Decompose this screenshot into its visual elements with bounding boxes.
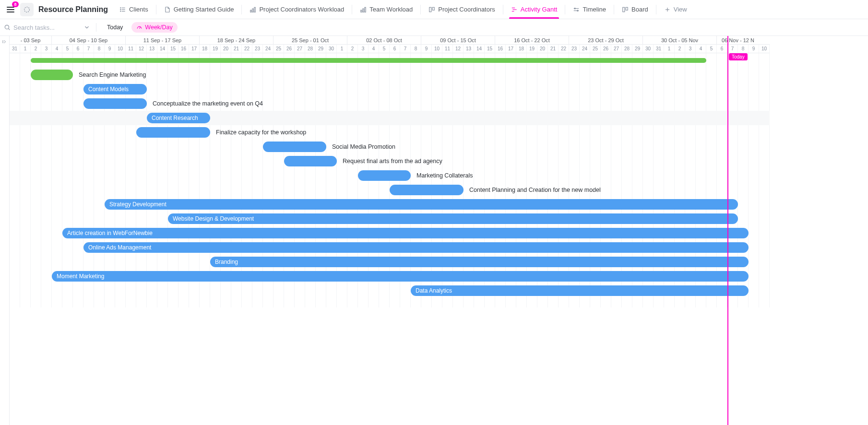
gantt-bar[interactable]: Branding xyxy=(210,257,749,267)
week-header-cell: 04 Sep - 10 Sep xyxy=(52,36,126,44)
svg-rect-12 xyxy=(365,7,366,12)
week-header-cell: - 03 Sep xyxy=(10,36,52,44)
tab-label: Project Coordinators Workload xyxy=(259,6,344,13)
day-header-cell: 6 xyxy=(73,45,83,53)
day-header-cell: 12 xyxy=(453,45,464,53)
day-header-cell: 25 xyxy=(590,45,601,53)
gantt-bar[interactable] xyxy=(390,185,464,195)
gantt-body: Search Engine MarketingContent ModelsCon… xyxy=(10,53,770,307)
day-header-cell: 10 xyxy=(432,45,442,53)
svg-point-0 xyxy=(24,7,30,12)
menu-button[interactable]: 8 xyxy=(4,3,17,16)
gantt-bar[interactable]: Content Research xyxy=(147,113,210,123)
gantt-icon xyxy=(511,6,518,13)
gantt-bar[interactable] xyxy=(284,156,337,166)
separator xyxy=(96,23,96,32)
week-header-cell: 06 Nov - 12 N xyxy=(717,36,759,44)
day-header-cell: 26 xyxy=(284,45,295,53)
day-header-cell: 28 xyxy=(622,45,632,53)
day-header-cell: 30 xyxy=(643,45,654,53)
day-header-cell: 8 xyxy=(738,45,749,53)
space-icon[interactable] xyxy=(20,3,34,16)
day-header-cell: 2 xyxy=(675,45,685,53)
tab-timeline[interactable]: Timeline xyxy=(568,0,611,19)
tab-board[interactable]: Board xyxy=(617,0,653,19)
workload-icon xyxy=(250,6,256,13)
tab-activity-gantt[interactable]: Activity Gantt xyxy=(506,0,562,19)
day-header-cell: 7 xyxy=(400,45,411,53)
day-header-cell: 8 xyxy=(94,45,105,53)
gantt-bar[interactable] xyxy=(263,142,326,152)
gantt-bar[interactable]: Strategy Development xyxy=(105,199,738,210)
tab-separator xyxy=(156,5,156,14)
day-header-cell: 11 xyxy=(126,45,136,53)
gantt-bar[interactable] xyxy=(31,70,73,80)
tab-clients[interactable]: Clients xyxy=(115,0,153,19)
day-header-cell: 9 xyxy=(421,45,432,53)
expand-sidebar-button[interactable] xyxy=(0,36,10,425)
week-header-cell: 25 Sep - 01 Oct xyxy=(273,36,347,44)
day-header-cell: 2 xyxy=(31,45,41,53)
day-header-cell: 13 xyxy=(464,45,474,53)
day-header-cell: 23 xyxy=(569,45,580,53)
expand-icon xyxy=(2,39,8,45)
board-icon xyxy=(428,6,435,13)
tab-project-coordinators-workload[interactable]: Project Coordinators Workload xyxy=(245,0,349,19)
day-header-cell: 29 xyxy=(632,45,643,53)
svg-rect-23 xyxy=(626,7,628,10)
svg-point-26 xyxy=(5,25,9,29)
day-header-cell: 14 xyxy=(157,45,168,53)
gantt-bar-label: Finalize capacity for the workshop xyxy=(216,125,306,140)
gantt-task-row: Request final arts from the ad agency xyxy=(10,154,770,168)
svg-rect-11 xyxy=(363,9,364,12)
day-header-cell: 27 xyxy=(611,45,622,53)
dashed-circle-icon xyxy=(23,6,31,13)
gantt-bar[interactable]: Content Models xyxy=(83,84,147,94)
gantt-scroll[interactable]: - 03 Sep04 Sep - 10 Sep11 Sep - 17 Sep18… xyxy=(10,36,868,425)
svg-rect-13 xyxy=(429,7,431,12)
tab-separator xyxy=(420,5,421,14)
svg-rect-10 xyxy=(361,10,362,12)
gantt-task-row: Online Ads Management xyxy=(10,240,770,255)
gantt-bar[interactable]: Data Analytics xyxy=(411,285,749,296)
search-input[interactable] xyxy=(13,24,81,31)
svg-rect-8 xyxy=(252,9,253,12)
tab-project-coordinators[interactable]: Project Coordinators xyxy=(424,0,500,19)
gantt-bar[interactable]: Article creation in WebForNewbie xyxy=(62,228,749,238)
day-header-cell: 27 xyxy=(295,45,305,53)
gantt-task-row: Content Models xyxy=(10,82,770,96)
today-label: Today xyxy=(107,24,123,31)
gantt-bar-label: Content Planning and Creation for the ne… xyxy=(469,183,601,197)
today-marker-label: Today xyxy=(729,53,748,60)
gantt-task-row: Conceptualize the marketing event on Q4 xyxy=(10,96,770,111)
day-header-cell: 5 xyxy=(62,45,73,53)
gantt-bar[interactable] xyxy=(136,127,210,138)
gantt-summary-row xyxy=(10,53,770,68)
top-bar: 8 Resource Planning ClientsGetting Start… xyxy=(0,0,868,19)
svg-rect-9 xyxy=(254,7,255,12)
tab-getting-started-guide[interactable]: Getting Started Guide xyxy=(159,0,239,19)
gantt-bar[interactable] xyxy=(358,170,411,181)
gantt-task-row: Social Media Promotion xyxy=(10,140,770,154)
day-header-cell: 28 xyxy=(305,45,316,53)
gantt-bar[interactable] xyxy=(83,98,147,109)
page-title: Resource Planning xyxy=(38,5,108,14)
day-header-cell: 1 xyxy=(337,45,347,53)
day-header-cell: 1 xyxy=(664,45,675,53)
day-header-cell: 5 xyxy=(706,45,717,53)
view-tabs: ClientsGetting Started GuideProject Coor… xyxy=(115,0,692,19)
day-header-cell: 14 xyxy=(474,45,485,53)
gantt-bar[interactable]: Moment Marketing xyxy=(52,271,749,282)
gantt-bar[interactable] xyxy=(31,58,706,63)
today-button[interactable]: Today xyxy=(102,22,128,33)
gantt-bar-label: Marketing Collaterals xyxy=(416,168,473,183)
tab-team-workload[interactable]: Team Workload xyxy=(355,0,417,19)
chevron-down-icon[interactable] xyxy=(83,24,90,31)
gantt-bar[interactable]: Online Ads Management xyxy=(83,242,749,253)
tab-view[interactable]: View xyxy=(659,0,692,19)
gantt-task-row: Moment Marketing xyxy=(10,269,770,283)
granularity-button[interactable]: Week/Day xyxy=(131,22,177,33)
day-header-cell: 17 xyxy=(189,45,200,53)
day-header-cell: 18 xyxy=(516,45,527,53)
gantt-bar[interactable]: Website Design & Development xyxy=(168,213,738,224)
